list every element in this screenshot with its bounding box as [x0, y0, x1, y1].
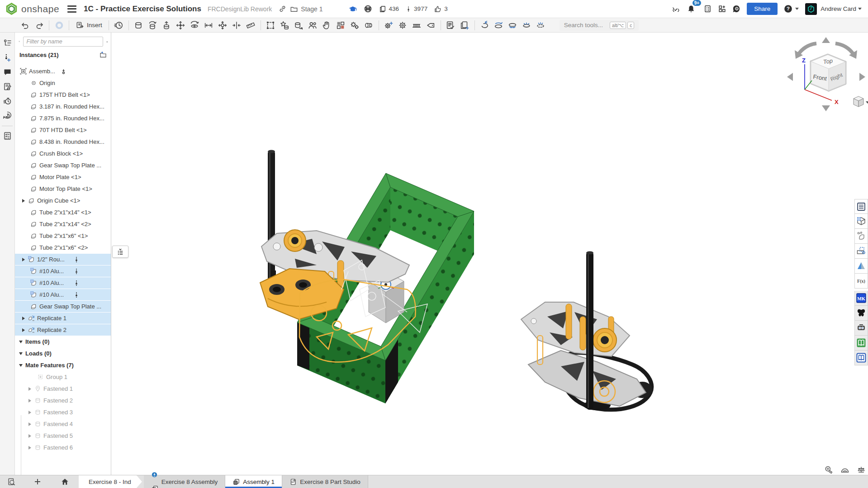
- tree-item-origin-cube-1[interactable]: Origin Cube <1>: [15, 195, 111, 207]
- tab-exercise-8-assembly[interactable]: Exercise 8 Assembly: [144, 475, 226, 488]
- belt-relation-button[interactable]: [363, 19, 375, 31]
- folder-location[interactable]: Stage 1: [301, 5, 323, 13]
- search-tabs-icon[interactable]: [5, 475, 18, 488]
- tree-item-10-alu[interactable]: #10 Alu...: [15, 265, 111, 277]
- tree-item-gear-swap-top-plate[interactable]: Gear Swap Top Plate ...: [15, 301, 111, 313]
- tree-item-fastened-5[interactable]: Fastened 5: [15, 430, 111, 442]
- fastened-mate-button[interactable]: [133, 19, 145, 31]
- planar-mate-button[interactable]: [175, 19, 187, 31]
- notes-icon[interactable]: [1, 80, 14, 93]
- edit-in-context-button[interactable]: [321, 19, 333, 31]
- app-triangle-button[interactable]: [854, 259, 868, 274]
- tree-item-gear-swap-top-plate[interactable]: Gear Swap Top Plate ...: [15, 160, 111, 171]
- tree-item-replicate-1[interactable]: Replicate 1: [15, 313, 111, 324]
- slider-mate-button[interactable]: [161, 19, 173, 31]
- tree-item-motor-plate-1[interactable]: Motor Plate <1>: [15, 171, 111, 183]
- tangent-mate-button[interactable]: [245, 19, 257, 31]
- comments-icon[interactable]: [1, 65, 14, 79]
- fix-anchor-icon[interactable]: [60, 66, 67, 77]
- tree-item-group-1[interactable]: Group 1: [15, 371, 111, 383]
- graphics-viewport[interactable]: Top Front Right Z X: [111, 33, 868, 475]
- versions-icon[interactable]: [670, 3, 682, 15]
- view-cube-top-label[interactable]: Top: [823, 57, 833, 66]
- app-mk-button[interactable]: MK: [854, 291, 868, 306]
- add-folder-icon[interactable]: [99, 51, 107, 58]
- tree-item-tube-2-x1-x6-2[interactable]: Tube 2"x1"x6" <2>: [15, 242, 111, 254]
- app-robot-button[interactable]: [854, 321, 868, 336]
- tab-exercise-8-ind[interactable]: Exercise 8 - Ind: [79, 475, 142, 488]
- linked-parts-button[interactable]: [854, 229, 868, 244]
- pin-slot-mate-button[interactable]: [203, 19, 215, 31]
- interference-button[interactable]: [113, 19, 125, 31]
- likes-stat[interactable]: 3: [434, 5, 448, 13]
- pattern-button[interactable]: [279, 19, 291, 31]
- group-button[interactable]: [265, 19, 277, 31]
- tree-item-10-alu[interactable]: #10 Alu...: [15, 289, 111, 301]
- tree-item-fastened-6[interactable]: Fastened 6: [15, 442, 111, 454]
- selected-standoff-right-1[interactable]: [566, 304, 572, 339]
- mass-properties-icon[interactable]: [856, 465, 867, 475]
- sync-disabled-button[interactable]: [53, 19, 65, 31]
- manage-instances-button[interactable]: [307, 19, 319, 31]
- tree-item-10-alu[interactable]: #10 Alu...: [15, 277, 111, 289]
- named-positions-button[interactable]: [459, 19, 471, 31]
- configurations-button[interactable]: [335, 19, 347, 31]
- assembly-3d-scene[interactable]: [253, 145, 660, 416]
- apps-grid-icon[interactable]: [716, 3, 728, 15]
- gear-button[interactable]: [397, 19, 409, 31]
- tree-item-tube-2-x1-x14-1[interactable]: Tube 2"x1"x14" <1>: [15, 207, 111, 218]
- selected-bearing-left[interactable]: [284, 230, 306, 251]
- tree-item-tube-2-x1-x14-2[interactable]: Tube 2"x1"x14" <2>: [15, 218, 111, 230]
- tree-item-8-438-in-rounded-hex[interactable]: 8.438 in. Rounded Hex...: [15, 136, 111, 148]
- protractor-icon[interactable]: [840, 465, 850, 475]
- sketch-reference-button[interactable]: [854, 244, 868, 259]
- hex-shaft-right[interactable]: [586, 251, 593, 410]
- tree-item-175t-htd-belt-1[interactable]: 175T HTD Belt <1>: [15, 89, 111, 101]
- tree-item-7-875-in-rounded-hex[interactable]: 7.875 in. Rounded Hex...: [15, 113, 111, 124]
- tree-item-origin[interactable]: Origin: [15, 77, 111, 89]
- tree-item-fastened-3[interactable]: Fastened 3: [15, 407, 111, 418]
- tree-item-motor-top-plate-1[interactable]: Motor Top Plate <1>: [15, 183, 111, 195]
- copies-stat[interactable]: 436: [379, 5, 399, 13]
- chevron-down-icon[interactable]: [18, 352, 24, 355]
- app-book-blue-button[interactable]: [854, 351, 868, 365]
- folder-icon[interactable]: [288, 3, 300, 15]
- ball-mate-button[interactable]: [217, 19, 229, 31]
- cylindrical-mate-button[interactable]: [189, 19, 201, 31]
- tab-assembly-1[interactable]: Assembly 1: [225, 475, 282, 488]
- parallel-mate-button[interactable]: [231, 19, 243, 31]
- tree-item-fastened-2[interactable]: Fastened 2: [15, 395, 111, 407]
- chevron-right-icon[interactable]: [27, 422, 33, 426]
- app-book-green-button[interactable]: [854, 336, 868, 351]
- tasks-icon[interactable]: [1, 129, 14, 142]
- appearance-button[interactable]: [507, 19, 519, 31]
- user-name[interactable]: Andrew Card: [821, 5, 856, 12]
- chevron-down-icon[interactable]: [18, 341, 24, 343]
- tree-item-1-2-rou[interactable]: 1/2" Rou...: [15, 254, 111, 265]
- featurescript-button[interactable]: F(x): [854, 274, 868, 289]
- tree-item-mate-features-7[interactable]: Mate Features (7): [15, 360, 111, 371]
- app-butterfly-button[interactable]: [854, 306, 868, 321]
- tree-item-fastened-4[interactable]: Fastened 4: [15, 418, 111, 430]
- bom-table-button[interactable]: [854, 199, 868, 214]
- tree-item-replicate-2[interactable]: Replicate 2: [15, 324, 111, 336]
- chevron-right-icon[interactable]: [27, 446, 33, 450]
- chevron-right-icon[interactable]: [20, 317, 27, 320]
- chevron-right-icon[interactable]: [27, 434, 33, 438]
- notifications-bell-icon[interactable]: 9+: [685, 3, 697, 15]
- helix-tool-icon[interactable]: [1, 109, 14, 122]
- tree-item-70t-htd-belt-1[interactable]: 70T HTD Belt <1>: [15, 124, 111, 136]
- mate-connector-dots-icon[interactable]: [73, 277, 80, 289]
- chevron-right-icon[interactable]: [20, 258, 27, 261]
- chevron-right-icon[interactable]: [27, 387, 33, 391]
- mate-connector-dots-icon[interactable]: [73, 254, 80, 265]
- share-button[interactable]: Share: [747, 3, 778, 15]
- selection-context-menu-button[interactable]: [112, 246, 128, 258]
- tree-item-assemb[interactable]: Assemb...: [15, 66, 111, 77]
- tree-item-items-0[interactable]: Items (0): [15, 336, 111, 348]
- mate-connector-add-icon[interactable]: [1, 51, 14, 64]
- insert-button[interactable]: Insert: [72, 19, 106, 31]
- view-cube[interactable]: Top Front Right Z X: [785, 35, 868, 114]
- search-tools-input[interactable]: Search tools...alt/⌥c: [560, 20, 639, 31]
- tree-item-3-187-in-rounded-hex[interactable]: 3.187 in. Rounded Hex...: [15, 101, 111, 113]
